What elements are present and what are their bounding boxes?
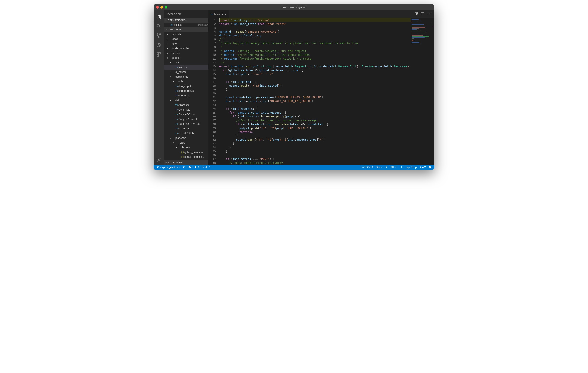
line-number: 34 bbox=[209, 146, 216, 149]
code-line: if (init.method === "POST") { bbox=[219, 157, 411, 161]
more-actions-icon[interactable]: ••• bbox=[428, 12, 432, 16]
tree-item-label: DangerUtilsDSL.ts bbox=[178, 122, 209, 125]
status-branch[interactable]: expose_contents bbox=[155, 165, 181, 170]
compare-changes-icon[interactable] bbox=[415, 12, 418, 16]
tree-item-label: DangerDSL.ts bbox=[178, 113, 209, 116]
chevron-down-icon: ▾ bbox=[175, 146, 178, 149]
tree-file[interactable]: ▸{ }github_commits.. bbox=[164, 155, 209, 159]
status-problems[interactable]: 0 0 bbox=[187, 165, 201, 170]
tree-folder[interactable]: ▾_tests bbox=[164, 140, 209, 145]
tree-file[interactable]: ▸TSfetch.ts bbox=[164, 65, 209, 70]
svg-point-25 bbox=[429, 167, 430, 167]
tree-item-label: danger-pr.ts bbox=[178, 85, 209, 88]
file-tree: ▸.vscode▸docs▸env▸node_modules▸scripts▾s… bbox=[164, 32, 209, 160]
tree-folder[interactable]: ▾dsl bbox=[164, 98, 209, 103]
line-number: 7 bbox=[209, 41, 216, 45]
status-lncol[interactable]: Ln 1, Col 1 bbox=[360, 165, 375, 170]
status-language[interactable]: TypeScript bbox=[404, 165, 419, 170]
tree-file[interactable]: ▸TSDangerResults.ts bbox=[164, 117, 209, 122]
section-storybook[interactable]: ▸ STORYBOOK bbox=[164, 160, 209, 165]
minimize-window-button[interactable] bbox=[160, 6, 163, 9]
tree-folder[interactable]: ▾fixtures bbox=[164, 145, 209, 150]
tree-folder[interactable]: ▾api bbox=[164, 60, 209, 65]
close-window-button[interactable] bbox=[156, 6, 159, 9]
tree-file[interactable]: ▸TSDangerDSL.ts bbox=[164, 112, 209, 117]
tree-item-label: docs bbox=[172, 38, 209, 41]
tree-file[interactable]: ▸TSAliases.ts bbox=[164, 103, 209, 107]
close-tab-icon[interactable]: × bbox=[224, 12, 227, 16]
code-line: continue bbox=[219, 130, 411, 134]
open-editor-item[interactable]: TSfetch.tssource/api bbox=[164, 22, 209, 27]
tree-folder[interactable]: ▸ci_source bbox=[164, 70, 209, 75]
tree-file[interactable]: ▸TSdanger.ts bbox=[164, 93, 209, 98]
tree-folder[interactable]: ▾commands bbox=[164, 75, 209, 79]
tree-file[interactable]: ▸{ }github_commen.. bbox=[164, 150, 209, 155]
code-line: } bbox=[219, 146, 411, 149]
traffic-lights bbox=[154, 6, 167, 9]
tree-folder[interactable]: ▸docs bbox=[164, 37, 209, 41]
code-line: } bbox=[219, 134, 411, 138]
tree-folder[interactable]: ▸utils bbox=[164, 79, 209, 84]
tree-item-label: github_commits.. bbox=[185, 155, 209, 159]
chevron-down-icon: ▾ bbox=[166, 57, 169, 59]
code-line: declare const global: any bbox=[219, 34, 411, 38]
tree-folder[interactable]: ▾platforms bbox=[164, 136, 209, 140]
section-project[interactable]: ▾ DANGER-JS bbox=[164, 27, 209, 32]
tabbar: TS fetch.ts × ••• bbox=[209, 10, 434, 18]
tree-folder[interactable]: ▸scripts bbox=[164, 51, 209, 55]
svg-rect-10 bbox=[159, 53, 161, 54]
line-number: 1 bbox=[209, 18, 216, 22]
activity-search-icon[interactable] bbox=[154, 21, 164, 31]
editor[interactable]: 1234567891011121314151617181920212223242… bbox=[209, 18, 434, 165]
svg-point-6 bbox=[158, 37, 159, 38]
status-eol[interactable]: LF bbox=[399, 165, 404, 170]
tree-file[interactable]: ▸TSdanger-pr.ts bbox=[164, 84, 209, 88]
status-version[interactable]: 2.4.2 bbox=[419, 165, 427, 170]
tree-folder[interactable]: ▸node_modules bbox=[164, 46, 209, 51]
tree-item-label: .vscode bbox=[172, 33, 209, 36]
svg-line-8 bbox=[157, 43, 160, 46]
tree-folder[interactable]: ▾source bbox=[164, 55, 209, 60]
activity-scm-icon[interactable] bbox=[154, 31, 164, 40]
status-feedback-icon[interactable] bbox=[427, 165, 433, 170]
tree-file[interactable]: ▸TSGitHubDSL.ts bbox=[164, 131, 209, 136]
tree-item-label: api bbox=[176, 61, 209, 64]
code-content[interactable]: import * as debug from "debug"import * a… bbox=[219, 18, 411, 165]
code-line: * @param {(string | fetch.Request)} url … bbox=[219, 49, 411, 53]
status-encoding[interactable]: UTF-8 bbox=[389, 165, 399, 170]
typescript-icon: TS bbox=[175, 128, 178, 130]
section-open-editors[interactable]: ▾ OPEN EDITORS bbox=[164, 18, 209, 22]
line-number: 17 bbox=[209, 80, 216, 84]
tree-file[interactable]: ▸TSdanger-run.ts bbox=[164, 88, 209, 93]
tree-file[interactable]: ▸TSDangerUtilsDSL.ts bbox=[164, 122, 209, 126]
line-number: 5 bbox=[209, 34, 216, 38]
status-spaces[interactable]: Spaces: 2 bbox=[375, 165, 388, 170]
activity-extensions-icon[interactable] bbox=[154, 50, 164, 59]
line-gutter: 1234567891011121314151617181920212223242… bbox=[209, 18, 219, 165]
zoom-window-button[interactable] bbox=[165, 6, 167, 9]
svg-point-15 bbox=[417, 12, 418, 13]
minimap[interactable] bbox=[411, 18, 434, 165]
code-line: * bbox=[219, 45, 411, 49]
tree-item-label: GitDSL.ts bbox=[178, 127, 209, 130]
activity-explorer-icon[interactable] bbox=[154, 12, 164, 21]
activity-settings-icon[interactable] bbox=[154, 155, 164, 165]
tree-file[interactable]: ▸TSGitDSL.ts bbox=[164, 126, 209, 131]
svg-rect-11 bbox=[157, 55, 158, 56]
split-editor-icon[interactable] bbox=[421, 12, 424, 16]
line-number: 37 bbox=[209, 157, 216, 161]
tree-item-label: fixtures bbox=[181, 146, 209, 149]
status-sync-icon[interactable] bbox=[181, 165, 187, 170]
tab-fetch-ts[interactable]: TS fetch.ts × bbox=[209, 10, 229, 18]
tree-folder[interactable]: ▸.vscode bbox=[164, 32, 209, 37]
tree-file[interactable]: ▸TSCommit.ts bbox=[164, 107, 209, 112]
tree-folder[interactable]: ▸env bbox=[164, 41, 209, 46]
activity-debug-icon[interactable] bbox=[154, 40, 164, 50]
line-number: 2 bbox=[209, 22, 216, 26]
code-line: */ bbox=[219, 61, 411, 64]
typescript-icon: TS bbox=[175, 90, 178, 92]
status-jest[interactable]: Jest: ⋮ bbox=[201, 165, 212, 170]
code-line: output.push(`-X ${init.method}`) bbox=[219, 84, 411, 88]
line-number: 32 bbox=[209, 138, 216, 142]
code-line: // const body:string = init.body bbox=[219, 161, 411, 165]
